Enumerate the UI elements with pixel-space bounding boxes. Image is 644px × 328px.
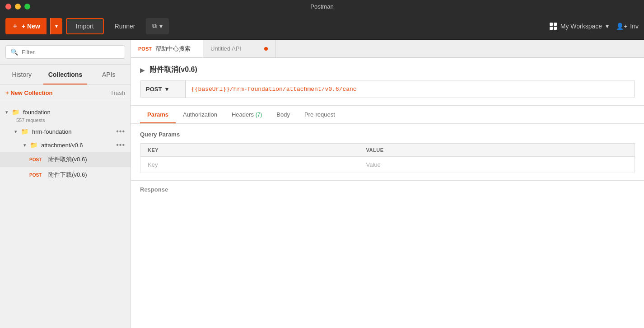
subfolder-hrm-foundation[interactable]: ▾ 📁 hrm-foundation ••• bbox=[0, 125, 131, 138]
search-input-wrap[interactable]: 🔍 bbox=[5, 45, 125, 59]
new-dropdown-button[interactable]: ▾ bbox=[50, 18, 62, 34]
req-tab-prerequest[interactable]: Pre-request bbox=[297, 106, 342, 123]
workspace-icon bbox=[550, 23, 557, 30]
chevron-down-icon: ▾ bbox=[23, 142, 26, 148]
method-select[interactable]: POST ▾ bbox=[140, 80, 186, 98]
value-cell[interactable]: Value bbox=[359, 157, 635, 173]
chevron-down-icon: ▾ bbox=[55, 23, 58, 29]
tab-label: Untitled API bbox=[210, 45, 241, 52]
subfolder-name: attachment/v0.6 bbox=[41, 142, 83, 149]
new-collection-button[interactable]: + New Collection bbox=[5, 89, 52, 96]
plus-icon: ＋ bbox=[12, 22, 18, 30]
table-row: Key Value bbox=[140, 157, 635, 173]
chevron-down-icon: ▾ bbox=[14, 129, 17, 135]
collection-meta: 557 requests bbox=[0, 117, 131, 125]
key-cell[interactable]: Key bbox=[140, 157, 359, 173]
chevron-down-icon: ▾ bbox=[165, 86, 168, 93]
params-table: KEY VALUE Key Value bbox=[140, 143, 635, 173]
window-controls bbox=[5, 4, 30, 9]
url-bar: POST ▾ bbox=[140, 80, 635, 98]
req-tab-params[interactable]: Params bbox=[140, 106, 176, 123]
tab-untitled[interactable]: Untitled API bbox=[203, 40, 275, 57]
maximize-button[interactable] bbox=[24, 4, 30, 9]
chevron-right-icon[interactable]: ▶ bbox=[140, 66, 145, 74]
subfolder-name: hrm-foundation bbox=[32, 128, 71, 135]
tab-method: POST bbox=[138, 46, 152, 52]
sidebar-content: ▾ 📁 foundation 557 requests ▾ 📁 hrm-foun… bbox=[0, 101, 131, 328]
chevron-down-icon: ▾ bbox=[159, 23, 163, 30]
runner-button[interactable]: Runner bbox=[107, 18, 143, 34]
params-title: Query Params bbox=[140, 131, 635, 138]
req-tab-authorization[interactable]: Authorization bbox=[176, 106, 224, 123]
new-label: + New bbox=[22, 23, 40, 30]
request-title-text: 附件取消(v0.6) bbox=[149, 65, 197, 75]
trash-button[interactable]: Trash bbox=[110, 89, 125, 96]
request-tabs: Params Authorization Headers (7) Body Pr… bbox=[131, 106, 644, 124]
main-layout: 🔍 History Collections APIs + New Collect… bbox=[0, 40, 644, 328]
main-content: POST 帮助中心搜索 Untitled API ▶ 附件取消(v0.6) PO… bbox=[131, 40, 644, 328]
invite-label: Inv bbox=[630, 23, 639, 30]
request-name: 附件下载(v0.6) bbox=[48, 171, 87, 179]
search-input[interactable] bbox=[22, 49, 120, 56]
search-icon: 🔍 bbox=[10, 48, 18, 56]
tabs-bar: POST 帮助中心搜索 Untitled API bbox=[131, 40, 644, 58]
import-button[interactable]: Import bbox=[66, 18, 104, 34]
value-column-header: VALUE bbox=[359, 144, 635, 157]
workspace-button[interactable]: My Workspace ▾ bbox=[550, 23, 609, 30]
method-badge: POST bbox=[27, 172, 44, 178]
sidebar-tabs: History Collections APIs bbox=[0, 65, 131, 85]
workspace-label: My Workspace bbox=[560, 23, 602, 30]
app-title: Postman bbox=[310, 3, 333, 10]
sidebar-actions: + New Collection Trash bbox=[0, 85, 131, 101]
tab-post-help[interactable]: POST 帮助中心搜索 bbox=[131, 40, 203, 57]
url-input[interactable] bbox=[186, 86, 635, 93]
new-button[interactable]: ＋ + New bbox=[5, 18, 47, 34]
toolbar-right: My Workspace ▾ 👤+ Inv bbox=[550, 23, 639, 30]
sync-icon: ⧉ bbox=[152, 22, 157, 30]
folder-icon: 📁 bbox=[21, 128, 28, 135]
invite-button[interactable]: 👤+ Inv bbox=[616, 23, 639, 30]
req-tab-headers[interactable]: Headers (7) bbox=[224, 106, 269, 123]
more-options-button[interactable]: ••• bbox=[116, 141, 125, 149]
sidebar-tab-history[interactable]: History bbox=[0, 65, 43, 84]
chevron-down-icon: ▾ bbox=[5, 109, 8, 115]
response-label: Response bbox=[131, 180, 644, 198]
req-tab-body[interactable]: Body bbox=[269, 106, 297, 123]
params-area: Query Params KEY VALUE Key Value bbox=[131, 124, 644, 180]
folder-icon: 📁 bbox=[12, 108, 19, 116]
key-column-header: KEY bbox=[140, 144, 359, 157]
sync-button[interactable]: ⧉ ▾ bbox=[146, 18, 169, 34]
request-area: ▶ 附件取消(v0.6) POST ▾ bbox=[131, 58, 644, 106]
headers-badge: (7) bbox=[256, 112, 262, 118]
request-item-cancel[interactable]: POST 附件取消(v0.6) bbox=[0, 152, 131, 167]
more-options-button[interactable]: ••• bbox=[116, 127, 125, 136]
sidebar-tab-collections[interactable]: Collections bbox=[43, 65, 87, 84]
request-title: ▶ 附件取消(v0.6) bbox=[140, 65, 635, 75]
subfolder-attachment[interactable]: ▾ 📁 attachment/v0.6 ••• bbox=[0, 138, 131, 152]
toolbar: ＋ + New ▾ Import Runner ⧉ ▾ My Workspace… bbox=[0, 13, 644, 40]
minimize-button[interactable] bbox=[15, 4, 21, 9]
sidebar-search: 🔍 bbox=[0, 40, 131, 65]
folder-icon: 📁 bbox=[30, 141, 37, 149]
invite-icon: 👤+ bbox=[616, 23, 627, 30]
sidebar-tab-apis[interactable]: APIs bbox=[87, 65, 131, 84]
method-label: POST bbox=[146, 86, 162, 93]
sidebar: 🔍 History Collections APIs + New Collect… bbox=[0, 40, 131, 328]
method-badge: POST bbox=[27, 156, 44, 163]
tab-label: 帮助中心搜索 bbox=[155, 45, 191, 53]
close-button[interactable] bbox=[5, 4, 11, 9]
request-name: 附件取消(v0.6) bbox=[48, 155, 87, 164]
titlebar: Postman bbox=[0, 0, 644, 13]
chevron-down-icon: ▾ bbox=[606, 23, 609, 30]
tab-modified-dot bbox=[264, 47, 268, 51]
request-item-download[interactable]: POST 附件下载(v0.6) bbox=[0, 167, 131, 183]
collection-name: foundation bbox=[23, 109, 51, 116]
